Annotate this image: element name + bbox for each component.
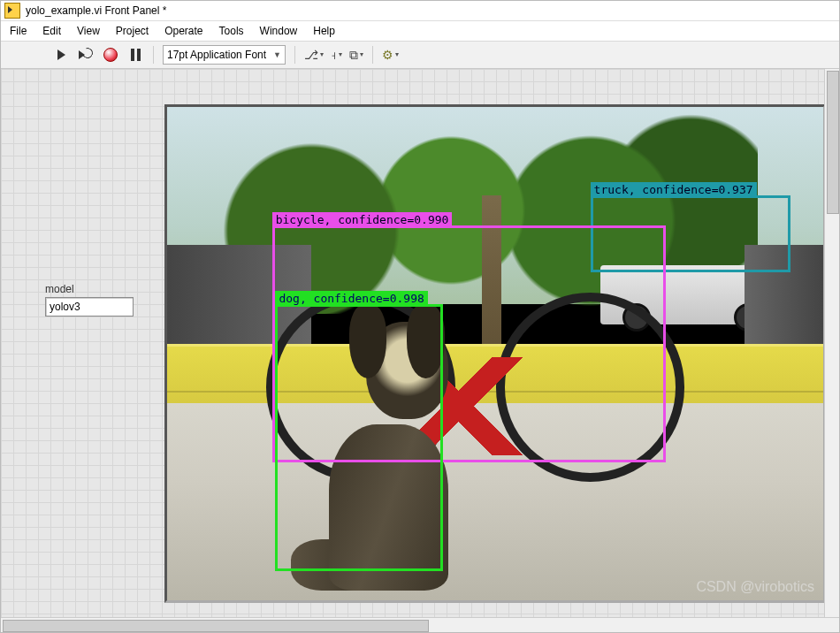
- menu-window[interactable]: Window: [260, 25, 298, 37]
- chevron-down-icon: ▾: [320, 51, 324, 58]
- menu-view[interactable]: View: [77, 25, 100, 37]
- pause-icon: [131, 49, 141, 61]
- resize-tool[interactable]: ⧉▾: [349, 49, 363, 61]
- font-combo[interactable]: 17pt Application Font ▼: [163, 45, 286, 65]
- vi-icon: [4, 3, 20, 19]
- run-continuous-icon: [79, 48, 93, 62]
- menu-operate[interactable]: Operate: [164, 25, 202, 37]
- font-combo-label: 17pt Application Font: [167, 49, 266, 61]
- chevron-down-icon: ▾: [395, 51, 399, 58]
- run-button[interactable]: [52, 46, 70, 64]
- model-control: model yolov3: [45, 283, 134, 316]
- chevron-down-icon: ▾: [360, 51, 363, 58]
- menu-help[interactable]: Help: [313, 25, 335, 37]
- toolbar: 17pt Application Font ▼ ⎇▾ ⫞▾ ⧉▾ ⚙▾: [1, 42, 839, 69]
- chevron-down-icon: ▼: [273, 50, 281, 59]
- front-panel-canvas[interactable]: model yolov3 tr: [1, 69, 839, 632]
- pause-button[interactable]: [126, 46, 144, 64]
- model-input[interactable]: yolov3: [45, 297, 134, 316]
- abort-button[interactable]: [102, 46, 119, 64]
- chevron-down-icon: ▾: [339, 51, 342, 58]
- menu-file[interactable]: File: [10, 25, 27, 37]
- reorder-tool[interactable]: ⚙▾: [382, 49, 399, 61]
- bbox-label: truck, confidence=0.937: [591, 182, 757, 197]
- model-label: model: [45, 283, 134, 295]
- menubar: File Edit View Project Operate Tools Win…: [1, 21, 839, 42]
- titlebar[interactable]: yolo_example.vi Front Panel *: [1, 1, 839, 21]
- model-value: yolov3: [50, 301, 80, 313]
- bbox-dog: dog, confidence=0.998: [275, 304, 442, 570]
- run-continuous-button[interactable]: [77, 46, 95, 64]
- menu-edit[interactable]: Edit: [42, 25, 61, 37]
- run-arrow-icon: [57, 50, 65, 60]
- menu-project[interactable]: Project: [116, 25, 149, 37]
- watermark: CSDN @virobotics: [696, 579, 814, 595]
- toolbar-separator: [153, 46, 154, 64]
- horizontal-scrollbar[interactable]: [1, 617, 839, 632]
- scroll-thumb[interactable]: [3, 620, 429, 632]
- abort-icon: [103, 48, 118, 62]
- distribute-tool[interactable]: ⫞▾: [331, 49, 342, 61]
- toolbar-separator: [372, 46, 373, 64]
- align-tool[interactable]: ⎇▾: [304, 49, 324, 61]
- vertical-scrollbar[interactable]: [824, 69, 839, 618]
- toolbar-separator: [294, 46, 295, 64]
- scroll-thumb[interactable]: [827, 71, 839, 214]
- bbox-label: bicycle, confidence=0.990: [272, 212, 453, 227]
- menu-tools[interactable]: Tools: [219, 25, 244, 37]
- image-display[interactable]: truck, confidence=0.937bicycle, confiden…: [164, 104, 826, 603]
- bbox-label: dog, confidence=0.998: [275, 291, 427, 306]
- window-title: yolo_example.vi Front Panel *: [26, 4, 166, 17]
